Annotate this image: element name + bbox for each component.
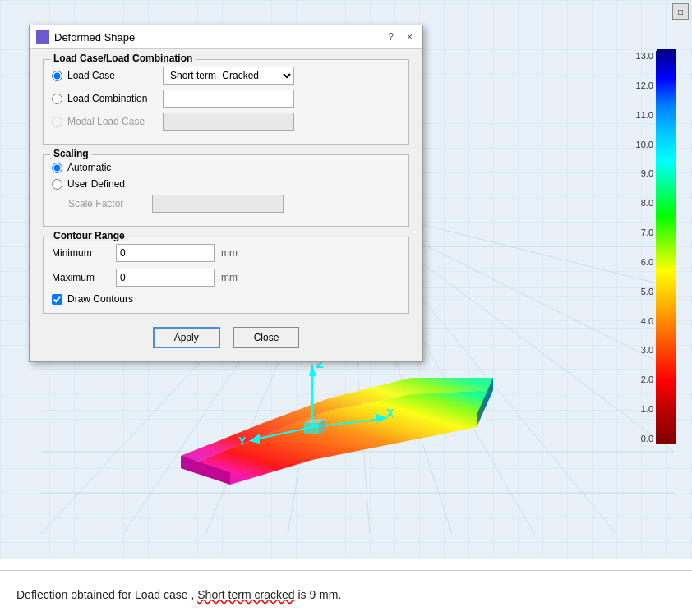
scale-factor-label: Scale Factor	[52, 198, 147, 209]
svg-text:X: X	[386, 407, 394, 420]
bottom-caption: Deflection obtained for Load case , Shor…	[16, 588, 341, 601]
scale-5: 5.0	[636, 287, 653, 297]
load-case-radio[interactable]	[52, 71, 62, 81]
maximum-unit: mm	[221, 272, 238, 283]
draw-contours-checkbox[interactable]	[52, 294, 62, 305]
deformed-shape-dialog: Deformed Shape ? × Load Case/Load Combin…	[29, 25, 423, 362]
close-title-button[interactable]: ×	[404, 31, 416, 43]
caption-text-3: is 9 mm.	[295, 588, 342, 601]
dialog-buttons: Apply Close	[43, 327, 409, 348]
load-combination-radio[interactable]	[52, 94, 62, 104]
svg-marker-25	[309, 363, 316, 376]
maximum-input[interactable]	[116, 269, 215, 287]
caption-text-1: Deflection obtained for Load case	[16, 588, 191, 601]
scaling-section: Scaling Automatic User Defined Scale Fac…	[43, 154, 409, 227]
scale-0: 0.0	[636, 434, 653, 444]
dialog-body: Load Case/Load Combination Load Case Sho…	[30, 49, 422, 361]
modal-load-case-input	[163, 113, 294, 131]
apply-button[interactable]: Apply	[153, 327, 220, 348]
load-combination-label: Load Combination	[67, 93, 158, 104]
maximum-row: Maximum mm	[52, 269, 400, 287]
scale-7: 7.0	[636, 228, 653, 237]
bottom-divider	[0, 570, 692, 571]
load-combination-input[interactable]	[163, 90, 294, 108]
minimum-unit: mm	[221, 247, 238, 259]
svg-rect-33	[304, 423, 319, 434]
scale-factor-input	[152, 195, 284, 213]
load-case-section: Load Case/Load Combination Load Case Sho…	[43, 59, 409, 145]
load-case-dropdown[interactable]: Short term- Cracked	[163, 67, 294, 85]
scale-3: 3.0	[636, 345, 653, 355]
scale-6: 6.0	[636, 257, 653, 267]
help-button[interactable]: ?	[385, 31, 397, 43]
contour-range-legend: Contour Range	[50, 230, 128, 241]
dialog-titlebar: Deformed Shape ? ×	[30, 25, 422, 49]
scale-values: 13.0 12.0 11.0 10.0 9.0 8.0 7.0 6.0 5.0 …	[636, 51, 653, 444]
minimum-row: Minimum mm	[52, 244, 400, 262]
load-case-legend: Load Case/Load Combination	[50, 53, 196, 64]
scale-8: 8.0	[636, 198, 653, 208]
scale-11: 11.0	[636, 110, 653, 120]
dialog-title: Deformed Shape	[54, 31, 135, 44]
user-defined-label: User Defined	[67, 178, 158, 190]
load-combination-row: Load Combination	[52, 90, 400, 108]
automatic-radio[interactable]	[52, 163, 62, 173]
caption-text-2: Short term cracked	[197, 588, 294, 601]
user-defined-radio[interactable]	[52, 179, 62, 190]
draw-contours-label: Draw Contours	[67, 293, 133, 305]
modal-load-case-row: Modal Load Case	[52, 113, 400, 131]
minimum-input[interactable]	[116, 244, 215, 262]
maximum-label: Maximum	[52, 272, 109, 283]
automatic-label: Automatic	[67, 162, 158, 173]
dialog-title-left: Deformed Shape	[36, 30, 135, 44]
contour-range-section: Contour Range Minimum mm Maximum mm Draw…	[43, 237, 409, 314]
color-bar	[656, 51, 674, 444]
scale-9: 9.0	[636, 168, 653, 178]
scale-4: 4.0	[636, 316, 653, 326]
scaling-legend: Scaling	[50, 148, 92, 159]
load-case-row: Load Case Short term- Cracked	[52, 67, 400, 85]
modal-load-case-radio	[52, 117, 62, 127]
scale-factor-row: Scale Factor	[52, 195, 400, 213]
automatic-row: Automatic	[52, 162, 400, 173]
maximize-button[interactable]: □	[672, 3, 689, 20]
draw-contours-row: Draw Contours	[52, 293, 400, 305]
modal-load-case-label: Modal Load Case	[67, 116, 158, 127]
scale-1: 1.0	[636, 404, 653, 414]
scale-13: 13.0	[636, 51, 653, 61]
svg-text:Y: Y	[238, 434, 247, 448]
close-button[interactable]: Close	[233, 327, 300, 348]
scale-2: 2.0	[636, 375, 653, 384]
scale-10: 10.0	[636, 140, 653, 149]
dialog-app-icon	[36, 30, 49, 44]
scale-12: 12.0	[636, 80, 653, 90]
load-case-label: Load Case	[67, 70, 158, 81]
minimum-label: Minimum	[52, 247, 109, 259]
user-defined-row: User Defined	[52, 178, 400, 190]
dialog-title-buttons: ? ×	[385, 31, 416, 43]
